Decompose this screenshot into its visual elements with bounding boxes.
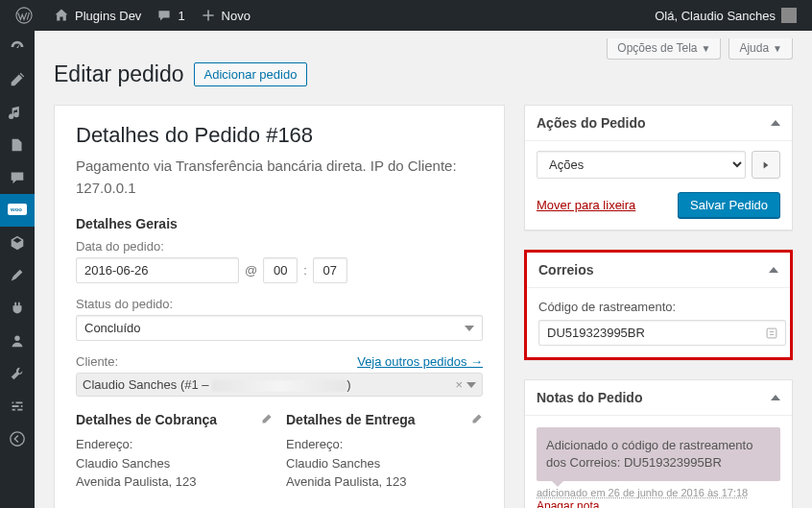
admin-bar: Plugins Dev 1 Novo Olá, Claudio Sanches bbox=[0, 0, 812, 31]
new-label: Novo bbox=[222, 9, 251, 23]
menu-comments[interactable] bbox=[0, 161, 35, 194]
menu-pages[interactable] bbox=[0, 129, 35, 161]
screen-options-button[interactable]: Opções de Tela ▼ bbox=[607, 38, 721, 60]
tracking-code-input[interactable] bbox=[538, 320, 786, 346]
menu-appearance[interactable] bbox=[0, 259, 35, 292]
shipping-name: Claudio Sanches bbox=[286, 454, 483, 473]
toggle-panel-icon[interactable] bbox=[771, 395, 780, 400]
svg-point-6 bbox=[15, 408, 18, 411]
svg-text:woo: woo bbox=[10, 206, 22, 212]
menu-posts[interactable] bbox=[0, 63, 35, 96]
chevron-down-icon: ▼ bbox=[701, 43, 710, 54]
add-order-button[interactable]: Adicionar pedido bbox=[194, 62, 308, 86]
order-status-select[interactable]: Concluído bbox=[76, 315, 483, 341]
order-notes-panel: Notas do Pedido Adicionado o código de r… bbox=[524, 379, 793, 508]
correios-heading: Correios bbox=[538, 262, 594, 278]
order-note: Adicionado o código de rastreamento dos … bbox=[537, 427, 780, 481]
order-details-panel: Detalhes do Pedido #168 Pagamento via Tr… bbox=[54, 105, 505, 508]
chevron-down-icon bbox=[465, 326, 474, 331]
billing-address-label: Endereço: bbox=[76, 435, 273, 454]
time-colon: : bbox=[303, 263, 307, 278]
menu-plugins[interactable] bbox=[0, 292, 35, 325]
order-actions-heading: Ações do Pedido bbox=[537, 115, 646, 131]
at-symbol: @ bbox=[245, 263, 257, 278]
order-heading: Detalhes do Pedido #168 bbox=[76, 123, 483, 148]
chevron-down-icon: ▼ bbox=[773, 43, 782, 54]
order-actions-select[interactable]: Ações bbox=[537, 151, 746, 179]
svg-point-3 bbox=[14, 336, 19, 341]
my-account[interactable]: Olá, Claudio Sanches bbox=[647, 0, 804, 31]
spacer bbox=[258, 0, 647, 31]
save-order-button[interactable]: Salvar Pedido bbox=[678, 192, 780, 218]
order-hour-input[interactable] bbox=[263, 257, 298, 283]
billing-name: Claudio Sanches bbox=[76, 454, 273, 473]
main-content: Opções de Tela ▼ Ajuda ▼ Editar pedido A… bbox=[35, 31, 812, 508]
comments-link[interactable]: 1 bbox=[149, 0, 192, 31]
shipping-street: Avenida Paulista, 123 bbox=[286, 472, 483, 492]
menu-products[interactable] bbox=[0, 227, 35, 259]
wp-logo[interactable] bbox=[8, 0, 46, 31]
admin-sidebar: woo bbox=[0, 31, 35, 508]
site-link[interactable]: Plugins Dev bbox=[46, 0, 149, 31]
site-name: Plugins Dev bbox=[75, 9, 141, 23]
clear-client-icon[interactable]: × bbox=[455, 377, 463, 392]
svg-point-4 bbox=[13, 401, 16, 404]
menu-tools[interactable] bbox=[0, 357, 35, 390]
menu-woocommerce[interactable]: woo bbox=[0, 194, 35, 227]
tracking-label: Código de rastreamento: bbox=[538, 300, 778, 314]
shipping-address-label: Endereço: bbox=[286, 435, 483, 454]
svg-point-7 bbox=[11, 432, 24, 446]
edit-shipping-icon[interactable] bbox=[469, 413, 483, 426]
autofill-icon bbox=[765, 327, 778, 340]
menu-settings[interactable] bbox=[0, 390, 35, 423]
delete-note-link[interactable]: Apagar nota bbox=[537, 499, 599, 508]
comment-count: 1 bbox=[178, 9, 184, 23]
client-select[interactable]: Claudio Sanches (#1 – ) × bbox=[76, 373, 483, 397]
menu-dashboard[interactable] bbox=[0, 31, 35, 63]
correios-panel: Correios Código de rastreamento: bbox=[524, 250, 793, 360]
client-label: Cliente: bbox=[76, 354, 118, 369]
order-date-input[interactable] bbox=[76, 257, 239, 283]
view-other-orders-link[interactable]: Veja outros pedidos → bbox=[357, 354, 483, 369]
shipping-heading: Detalhes de Entrega bbox=[286, 412, 416, 427]
new-content[interactable]: Novo bbox=[193, 0, 258, 31]
order-notes-heading: Notas do Pedido bbox=[537, 390, 642, 405]
page-title: Editar pedido bbox=[54, 61, 184, 87]
menu-users[interactable] bbox=[0, 325, 35, 357]
help-button[interactable]: Ajuda ▼ bbox=[728, 38, 793, 60]
note-timestamp: adicionado em 26 de junho de 2016 às 17:… bbox=[537, 487, 780, 498]
toggle-panel-icon[interactable] bbox=[771, 120, 780, 126]
order-actions-panel: Ações do Pedido Ações Mover para lixeira… bbox=[524, 105, 793, 230]
greeting: Olá, Claudio Sanches bbox=[655, 9, 776, 23]
svg-rect-8 bbox=[767, 328, 776, 338]
move-to-trash-link[interactable]: Mover para lixeira bbox=[537, 198, 635, 212]
status-label: Status do pedido: bbox=[76, 297, 483, 311]
toggle-panel-icon[interactable] bbox=[769, 267, 778, 273]
order-minute-input[interactable] bbox=[313, 257, 347, 283]
billing-heading: Detalhes de Cobrança bbox=[76, 412, 217, 427]
run-action-button[interactable] bbox=[752, 151, 780, 179]
edit-billing-icon[interactable] bbox=[259, 413, 273, 426]
general-details-heading: Detalhes Gerais bbox=[76, 216, 483, 231]
order-subline: Pagamento via Transferência bancária dir… bbox=[76, 156, 483, 199]
chevron-down-icon bbox=[466, 382, 476, 388]
avatar bbox=[781, 8, 797, 23]
menu-collapse[interactable] bbox=[0, 423, 35, 455]
svg-point-5 bbox=[18, 405, 21, 408]
status-value: Concluído bbox=[84, 321, 141, 335]
billing-street: Avenida Paulista, 123 bbox=[76, 472, 273, 492]
date-label: Data do pedido: bbox=[76, 239, 483, 254]
menu-media[interactable] bbox=[0, 96, 35, 129]
